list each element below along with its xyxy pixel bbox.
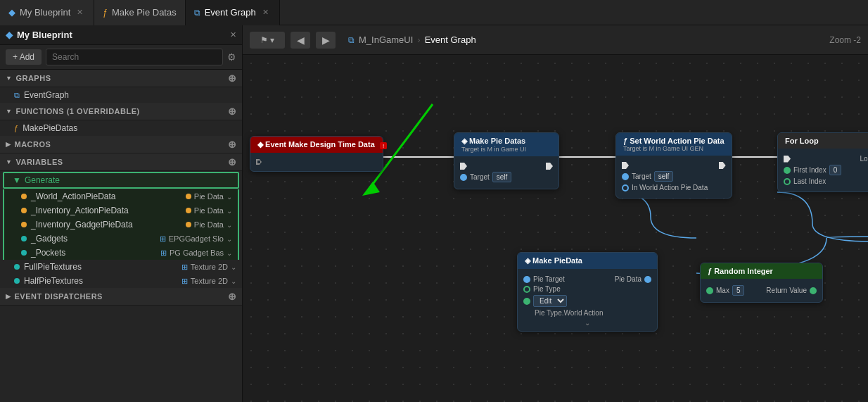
node-make-title: ◈ Make Pie Datas	[461, 137, 525, 145]
node-loop-title: For Loop	[785, 137, 819, 145]
node-for-loop[interactable]: For Loop Lo...	[777, 132, 868, 192]
sidebar-item-eventgraph[interactable]: ⧉ EventGraph	[0, 87, 242, 103]
eventgraph-label: EventGraph	[24, 90, 69, 100]
var-dot-icon	[21, 222, 27, 227]
tab-event-graph[interactable]: ⧉ Event Graph ✕	[186, 0, 280, 25]
pin-max: Max 5	[706, 285, 744, 296]
graphs-add-icon[interactable]: ⊕	[228, 73, 237, 84]
nav-back-button[interactable]: ◀	[291, 32, 310, 49]
variables-add-icon[interactable]: ⊕	[228, 156, 237, 168]
var-type-text: Pie Data	[194, 220, 224, 229]
node-makedata-body: Pie Target Pie Data Pie Type	[518, 269, 657, 331]
pin-circle-icon	[784, 178, 791, 185]
tab-my-blueprint[interactable]: ◆ My Blueprint ✕	[0, 0, 94, 25]
blueprint-title: ◆ My Blueprint	[6, 30, 72, 40]
node-random-header: ƒ Random Integer	[701, 263, 822, 279]
var-dot-icon	[14, 264, 20, 270]
eventgraph-icon: ⧉	[14, 91, 20, 100]
var-item-full-pie[interactable]: FullPieTextures ⊞ Texture 2D ⌄	[0, 260, 242, 274]
var-label: _Inventory_GadgetPieData	[31, 220, 133, 230]
var-item-pockets[interactable]: _Pockets ⊞ PG Gadget Bas ⌄	[3, 246, 239, 260]
node-make-pie-data[interactable]: ◈ Make PieData Pie Target Pie Data	[517, 252, 658, 332]
node-random-integer[interactable]: ƒ Random Integer Max 5 Return Value	[700, 263, 823, 303]
blueprint-title-text: My Blueprint	[17, 30, 72, 40]
var-chevron-icon[interactable]: ⌄	[226, 207, 232, 215]
node-makedata-header: ◈ Make PieData	[518, 253, 657, 269]
nav-dropdown-button[interactable]: ⚑ ▾	[250, 32, 285, 49]
section-graphs[interactable]: ▼ GRAPHS ⊕	[0, 70, 242, 87]
error-badge: !	[380, 142, 387, 149]
tab-make-pie-datas[interactable]: ƒ Make Pie Datas	[94, 0, 185, 25]
canvas-viewport[interactable]: ◆ Event Make Design Time Data ! ◈ Make P…	[243, 55, 868, 402]
makepiedatas-icon: ƒ	[14, 124, 18, 132]
var-chevron-icon[interactable]: ⌄	[231, 277, 236, 285]
var-item-inventory-action[interactable]: _Inventory_ActionPieData Pie Data ⌄	[3, 203, 239, 218]
var-type-dot	[186, 194, 191, 199]
pin-pie-type: Pie Type	[523, 285, 561, 293]
node-make-pie-datas[interactable]: ◈ Make Pie Datas Target is M in Game UI	[454, 132, 559, 189]
var-chevron-icon[interactable]: ⌄	[226, 235, 232, 243]
sidebar-item-makepiedatas[interactable]: ƒ MakePieDatas	[0, 120, 242, 136]
sidebar: ◆ My Blueprint ✕ + Add ⚙ ▼ GRAPHS ⊕ ⧉ Ev…	[0, 25, 243, 402]
functions-label: FUNCTIONS (1 OVERRIDABLE)	[15, 107, 139, 115]
expand-btn[interactable]: ⌄	[523, 319, 651, 327]
svg-marker-5	[362, 182, 380, 196]
var-grid-icon: ⊞	[181, 263, 188, 272]
var-chevron-icon[interactable]: ⌄	[231, 263, 236, 271]
pin-exec-out	[546, 163, 553, 170]
breadcrumb-icon: ⧉	[348, 35, 355, 45]
node-event-make-design[interactable]: ◆ Event Make Design Time Data !	[250, 136, 383, 172]
variable-group-generate[interactable]: ▼ Generate	[3, 172, 239, 189]
var-item-gadgets[interactable]: _Gadgets ⊞ EPGGadget Slo ⌄	[3, 232, 239, 246]
event-graph-icon: ⧉	[194, 8, 200, 18]
pin-exec-in	[460, 163, 467, 170]
tab-event-graph-close[interactable]: ✕	[260, 7, 271, 18]
breadcrumb-active: Event Graph	[425, 34, 476, 45]
section-macros[interactable]: ▶ MACROS ⊕	[0, 136, 242, 153]
pie-type-text: Pie Type.World Action	[523, 309, 651, 317]
tab-my-blueprint-label: My Blueprint	[20, 7, 70, 18]
pin-exec-in3	[784, 156, 791, 163]
add-button[interactable]: + Add	[6, 49, 42, 65]
pin-circle-icon	[784, 167, 791, 174]
var-chevron-icon[interactable]: ⌄	[226, 193, 232, 201]
pie-type-select[interactable]: Edit	[533, 295, 567, 307]
var-label: _Pockets	[31, 248, 65, 258]
dispatchers-add-icon[interactable]: ⊕	[228, 291, 237, 302]
gear-icon[interactable]: ⚙	[227, 51, 236, 63]
search-input[interactable]	[46, 49, 223, 65]
pin-circle-icon	[644, 276, 651, 283]
var-item-inventory-gadget[interactable]: _Inventory_GadgetPieData Pie Data ⌄	[3, 218, 239, 232]
functions-add-icon[interactable]: ⊕	[228, 106, 237, 117]
pin-lo-out: Lo...	[860, 155, 868, 163]
pin-edit-dropdown[interactable]: Edit	[523, 295, 567, 307]
node-set-world[interactable]: ƒ Set World Action Pie Data Target is M …	[615, 132, 732, 199]
nav-forward-button[interactable]: ▶	[316, 32, 336, 49]
pin-target2: Target self	[622, 171, 673, 182]
var-chevron-icon[interactable]: ⌄	[226, 249, 232, 257]
connections-svg	[243, 55, 868, 402]
tab-my-blueprint-close[interactable]: ✕	[75, 7, 85, 18]
zoom-label: Zoom -2	[829, 35, 861, 45]
macros-add-icon[interactable]: ⊕	[228, 139, 237, 150]
section-variables[interactable]: ▼ VARIABLES ⊕	[0, 153, 242, 171]
pin-first-index: First Index 0	[784, 165, 841, 175]
pin-pie-data-out: Pie Data	[615, 275, 651, 283]
var-type-text: Texture 2D	[191, 263, 228, 271]
canvas-area: ⚑ ▾ ◀ ▶ ⧉ M_InGameUI › Event Graph Zoom …	[243, 25, 868, 402]
node-make-subtitle: Target is M in Game UI	[461, 146, 551, 153]
blueprint-icon: ◆	[8, 7, 15, 18]
section-functions[interactable]: ▼ FUNCTIONS (1 OVERRIDABLE) ⊕	[0, 103, 242, 120]
var-item-half-pie[interactable]: HalfPieTextures ⊞ Texture 2D ⌄	[0, 274, 242, 288]
sidebar-close-icon[interactable]: ✕	[230, 30, 236, 39]
var-item-world-action[interactable]: _World_ActionPieData Pie Data ⌄	[3, 189, 239, 203]
var-label: HalfPieTextures	[24, 276, 83, 286]
var-dot-icon	[14, 278, 20, 284]
makepiedatas-label: MakePieDatas	[23, 123, 77, 133]
pin-circle-icon	[460, 174, 467, 181]
canvas-toolbar: ⚑ ▾ ◀ ▶ ⧉ M_InGameUI › Event Graph Zoom …	[243, 25, 868, 55]
pin-exec-in2	[622, 162, 629, 169]
section-event-dispatchers[interactable]: ▶ EVENT DISPATCHERS ⊕	[0, 288, 242, 306]
var-chevron-icon[interactable]: ⌄	[226, 221, 232, 229]
var-grid-icon: ⊞	[160, 234, 166, 244]
